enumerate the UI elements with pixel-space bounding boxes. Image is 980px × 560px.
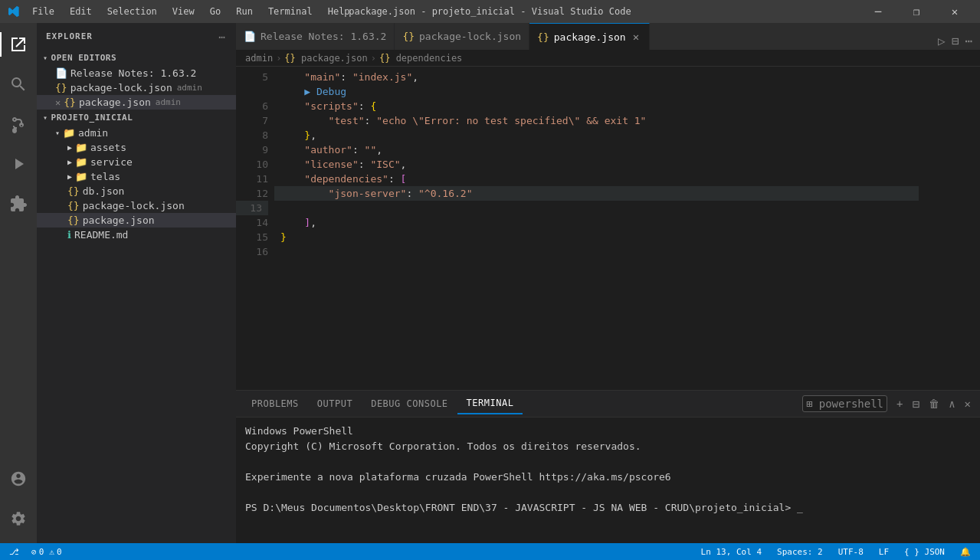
minimize-button[interactable]: ─: [860, 0, 896, 23]
menu-run[interactable]: Run: [230, 5, 259, 18]
new-file-icon[interactable]: ⋯: [218, 29, 227, 44]
file-package-json[interactable]: {} package.json: [37, 213, 236, 228]
close-tab-package-json-icon[interactable]: ✕: [631, 30, 641, 44]
tab-release-notes[interactable]: 📄 Release Notes: 1.63.2: [236, 23, 395, 50]
terminal-prompt: PS D:\Meus Documentos\Desktop\FRONT END\…: [245, 500, 971, 516]
open-editors-label: OPEN EDITORS: [51, 53, 116, 63]
menu-view[interactable]: View: [166, 5, 201, 18]
terminal-line-1: Windows PowerShell: [245, 424, 971, 439]
breadcrumb: admin › {} package.json › {} dependencie…: [236, 50, 980, 67]
file-package-lock-json[interactable]: {} package-lock.json: [37, 198, 236, 213]
error-icon: ⊘: [31, 547, 37, 557]
status-position[interactable]: Ln 13, Col 4: [698, 547, 765, 557]
split-editor-icon[interactable]: ⊟: [950, 32, 961, 50]
close-panel-icon[interactable]: ✕: [962, 396, 974, 411]
open-editors-chevron-icon: ▾: [43, 54, 48, 62]
encoding-label: UTF-8: [838, 547, 864, 557]
titlebar-menu[interactable]: File Edit Selection View Go Run Terminal…: [26, 5, 356, 18]
folder-service[interactable]: ▶ 📁 service: [37, 155, 236, 169]
status-notifications[interactable]: 🔔: [957, 547, 974, 557]
split-terminal-icon[interactable]: ⊟: [909, 395, 923, 413]
readme-label: README.md: [74, 229, 128, 241]
add-terminal-icon[interactable]: +: [893, 396, 906, 411]
titlebar-left: File Edit Selection View Go Run Terminal…: [8, 5, 356, 18]
file-readme-md[interactable]: ℹ README.md: [37, 228, 236, 242]
activity-account-icon[interactable]: [0, 460, 37, 497]
powershell-badge[interactable]: ⊞ powershell: [802, 395, 887, 412]
folder-telas[interactable]: ▶ 📁 telas: [37, 169, 236, 184]
panel: PROBLEMS OUTPUT DEBUG CONSOLE TERMINAL ⊞…: [236, 390, 980, 543]
activity-source-control-icon[interactable]: [0, 106, 37, 142]
menu-selection[interactable]: Selection: [101, 5, 163, 18]
more-actions-icon[interactable]: ⋯: [963, 32, 974, 50]
telas-label: telas: [90, 171, 120, 182]
panel-tab-output[interactable]: OUTPUT: [308, 394, 362, 414]
telas-chevron-icon: ▶: [67, 172, 72, 181]
package-json-file-icon: {}: [64, 97, 76, 108]
status-language[interactable]: { } JSON: [901, 547, 948, 557]
project-label: PROJETO_INICIAL: [51, 113, 133, 123]
maximize-button[interactable]: ❐: [899, 0, 934, 23]
activity-settings-icon[interactable]: [0, 500, 37, 537]
activity-search-icon[interactable]: [0, 66, 37, 103]
activity-run-debug-icon[interactable]: [0, 146, 37, 182]
branch-icon: ⎇: [9, 547, 19, 557]
tabs-bar: 📄 Release Notes: 1.63.2 {} package-lock.…: [236, 23, 980, 50]
open-editors-section: ▾ OPEN EDITORS 📄 Release Notes: 1.63.2 {…: [37, 50, 236, 110]
code-content[interactable]: "main": "index.js", ▶ Debug "scripts": {…: [274, 67, 919, 390]
maximize-panel-icon[interactable]: ∧: [946, 396, 958, 411]
folder-assets-icon: 📁: [75, 142, 87, 153]
kill-terminal-icon[interactable]: 🗑: [926, 396, 942, 411]
status-encoding[interactable]: UTF-8: [835, 547, 867, 557]
terminal-content[interactable]: Windows PowerShell Copyright (C) Microso…: [236, 418, 980, 543]
terminal-line-4: Experimente a nova plataforma cruzada Po…: [245, 470, 971, 485]
folder-admin[interactable]: ▾ 📁 admin: [37, 126, 236, 140]
run-icon[interactable]: ▷: [936, 32, 947, 50]
status-errors[interactable]: ⊘ 0 ⚠ 0: [28, 547, 65, 557]
open-editor-item-package-lock[interactable]: {} package-lock.json admin: [37, 80, 236, 95]
tab-actions[interactable]: ▷ ⊟ ⋯: [930, 32, 980, 50]
status-branch[interactable]: ⎇: [6, 547, 22, 557]
sidebar-header-actions[interactable]: ⋯: [218, 29, 227, 44]
tab-package-lock[interactable]: {} package-lock.json: [395, 23, 529, 50]
menu-file[interactable]: File: [26, 5, 61, 18]
minimap: [919, 67, 980, 390]
breadcrumb-dependencies[interactable]: {} dependencies: [379, 53, 462, 64]
folder-assets[interactable]: ▶ 📁 assets: [37, 140, 236, 155]
status-spaces[interactable]: Spaces: 2: [774, 547, 826, 557]
status-eol[interactable]: LF: [876, 547, 892, 557]
package-lock-tab-label: package-lock.json: [419, 31, 521, 42]
open-editors-header[interactable]: ▾ OPEN EDITORS: [37, 50, 236, 66]
readme-icon: ℹ: [67, 229, 71, 241]
open-editor-item-release-notes[interactable]: 📄 Release Notes: 1.63.2: [37, 66, 236, 80]
window-controls[interactable]: ─ ❐ ✕: [860, 0, 972, 23]
project-header[interactable]: ▾ PROJETO_INICIAL: [37, 110, 236, 126]
package-lock-file-icon: {}: [55, 82, 67, 93]
package-json-badge: admin: [156, 97, 181, 107]
panel-actions[interactable]: ⊞ powershell + ⊟ 🗑 ∧ ✕: [802, 395, 974, 413]
open-editor-item-package-json[interactable]: ✕ {} package.json admin: [37, 95, 236, 110]
activity-explorer-icon[interactable]: [0, 26, 37, 63]
release-notes-tab-icon: 📄: [244, 31, 256, 42]
terminal-line-5: [245, 485, 971, 500]
activity-extensions-icon[interactable]: [0, 185, 37, 222]
menu-go[interactable]: Go: [204, 5, 227, 18]
terminal-line-3: [245, 454, 971, 470]
file-db-json[interactable]: {} db.json: [37, 184, 236, 198]
breadcrumb-package-json[interactable]: {} package.json: [284, 53, 367, 64]
panel-tabs: PROBLEMS OUTPUT DEBUG CONSOLE TERMINAL ⊞…: [236, 391, 980, 418]
package-lock-tab-icon: {}: [402, 31, 415, 42]
close-package-json-icon[interactable]: ✕: [55, 97, 61, 108]
menu-edit[interactable]: Edit: [64, 5, 98, 18]
db-json-icon: {}: [67, 185, 80, 197]
package-json-tree-label: package.json: [83, 215, 155, 226]
status-bar-right: Ln 13, Col 4 Spaces: 2 UTF-8 LF { } JSON…: [698, 547, 974, 557]
release-notes-tab-label: Release Notes: 1.63.2: [261, 31, 386, 42]
panel-tab-debug-console[interactable]: DEBUG CONSOLE: [362, 394, 457, 414]
menu-terminal[interactable]: Terminal: [262, 5, 319, 18]
breadcrumb-admin[interactable]: admin: [245, 53, 273, 64]
panel-tab-problems[interactable]: PROBLEMS: [242, 394, 308, 414]
close-button[interactable]: ✕: [937, 0, 972, 23]
tab-package-json[interactable]: {} package.json ✕: [529, 23, 650, 50]
panel-tab-terminal[interactable]: TERMINAL: [457, 393, 523, 414]
